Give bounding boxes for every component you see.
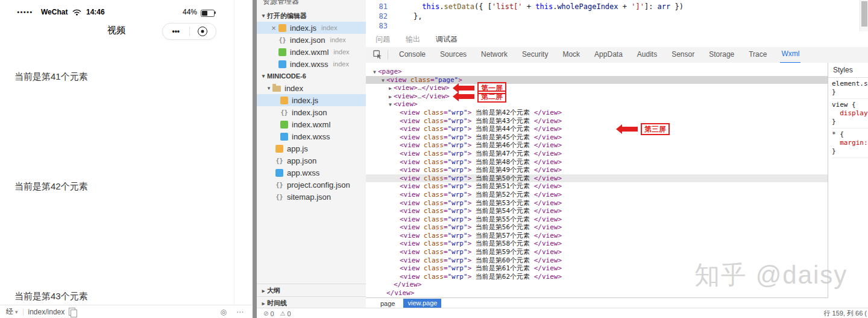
panel-tab[interactable]: 输出 (406, 34, 420, 45)
wxml-tree-row[interactable]: <view class="wrp"> 当前是第60个元素 </view> (366, 256, 828, 265)
wxml-tree-row[interactable]: <view class="wrp"> 当前是第54个元素 </view> (366, 207, 828, 215)
wxml-tree-row[interactable]: </view> (366, 281, 828, 289)
inspect-element-icon[interactable] (368, 50, 386, 60)
wxml-tree-row[interactable]: <view class="wrp"> 当前是第56个元素 </view> (366, 223, 828, 232)
panel-tab[interactable]: 调试器 (436, 34, 458, 45)
twisty-icon[interactable]: ▼ (380, 77, 386, 85)
file-name: index.json (290, 36, 326, 45)
wxml-tree-row[interactable]: <view class="wrp"> 当前是第55个元素 </view> (366, 215, 828, 224)
folder-row-index[interactable]: ▾ index (257, 82, 366, 94)
menu-dots-icon[interactable]: ••• (163, 28, 189, 34)
devtools-tab-storage[interactable]: Storage (708, 46, 735, 62)
wxml-tree-row[interactable]: ▼<page> (366, 68, 828, 76)
breadcrumb-selected[interactable]: view.page (403, 299, 441, 308)
pages-icon[interactable] (69, 308, 75, 316)
wxml-element-tree: ▼<page>▼<view class="page">▶<view>…</vie… (366, 63, 828, 297)
wxml-tree-row[interactable]: </view> (366, 289, 828, 297)
devtools-tab-trace[interactable]: Trace (747, 46, 768, 62)
wxml-tree-row[interactable]: <view class="wrp"> 当前是第52个元素 </view> (366, 191, 828, 199)
capsule-buttons[interactable]: ••• (162, 23, 216, 40)
wxml-tree-row[interactable]: <view class="wrp"> 当前是第51个元素 </view> (366, 182, 828, 191)
code-line: 82 }, (366, 11, 868, 21)
more-menu-icon[interactable]: ⋯ (236, 308, 244, 316)
file-row-app.js[interactable]: app.js (257, 142, 366, 154)
wxml-tree-row[interactable]: <view class="wrp"> 当前是第45个元素 </view> (366, 133, 828, 142)
file-row-index.json[interactable]: {}index.jsonindex (257, 34, 366, 46)
wxml-tree-row[interactable]: <view class="wrp"> 当前是第48个元素 </view> (366, 158, 828, 167)
json-file-icon: {} (275, 194, 283, 200)
scrollbar-thumb[interactable] (861, 1, 867, 27)
folder-icon (272, 86, 281, 92)
wxml-tree-row[interactable]: <view class="wrp"> 当前是第43个元素 </view> (366, 117, 828, 126)
devtools-tab-security[interactable]: Security (521, 46, 549, 62)
section-label: 打开的编辑器 (267, 11, 307, 21)
styles-tab[interactable]: Styles (828, 63, 868, 78)
wxml-tree-row[interactable]: <view class="wrp"> 当前是第62个元素 </view> (366, 273, 828, 281)
devtools-tab-wxml[interactable]: Wxml (780, 46, 800, 63)
wxml-tree-row[interactable]: ▶<view>…</view>第一屏 (366, 84, 828, 92)
file-row-sitemap.json[interactable]: {}sitemap.json (257, 191, 366, 203)
file-row-index.wxml[interactable]: index.wxml (257, 118, 366, 130)
wxml-tree-row[interactable]: <view class="wrp"> 当前是第44个元素 </view> (366, 125, 828, 133)
wxml-tree-row[interactable]: <view class="wrp"> 当前是第47个元素 </view> (366, 150, 828, 158)
wxml-tree-row[interactable]: <view class="wrp"> 当前是第59个元素 </view> (366, 248, 828, 256)
devtools-tab-audits[interactable]: Audits (636, 46, 658, 62)
twisty-icon[interactable]: ▶ (387, 84, 394, 93)
wxml-tree-row[interactable]: <view class="wrp"> 当前是第57个元素 </view> (366, 232, 828, 240)
wxml-tree-row[interactable]: ▼<view> (366, 100, 828, 109)
file-row-index.js[interactable]: ×index.jsindex (257, 22, 366, 34)
devtools-tab-console[interactable]: Console (398, 46, 427, 62)
wifi-icon (72, 9, 81, 17)
home-target-button[interactable] (190, 27, 216, 36)
open-editors-header[interactable]: ▾ 打开的编辑器 (257, 10, 366, 22)
wxml-tree-row[interactable]: <view class="wrp"> 当前是第58个元素 </view> (366, 240, 828, 248)
toolbar-divider (388, 50, 388, 60)
file-row-index.wxss[interactable]: index.wxssindex (257, 58, 366, 70)
devtools-tab-appdata[interactable]: AppData (593, 46, 624, 62)
battery-percent: 44% (183, 8, 197, 16)
carrier-label: WeChat (41, 8, 68, 16)
panel-resize-handle[interactable] (253, 0, 257, 318)
css-rule[interactable]: view { display:} (832, 99, 868, 129)
target-ring-icon[interactable]: ◎ (221, 308, 227, 316)
devtools-tab-sources[interactable]: Sources (439, 46, 468, 62)
project-header[interactable]: ▾ MINICODE-6 (257, 70, 366, 82)
file-row-app.wxss[interactable]: app.wxss (257, 167, 366, 179)
wxss-file-icon (275, 169, 283, 177)
devtools-tab-mock[interactable]: Mock (561, 46, 581, 62)
scrollbar-track[interactable] (860, 0, 868, 31)
file-name: app.js (287, 144, 308, 153)
twisty-icon[interactable]: ▼ (387, 101, 394, 109)
chevron-down-icon[interactable]: ▾ (15, 309, 18, 315)
wxml-tree-row[interactable]: <view class="wrp"> 当前是第46个元素 </view> (366, 141, 828, 150)
wxml-tree-row[interactable]: <view class="wrp"> 当前是第53个元素 </view> (366, 199, 828, 208)
devtools-tab-sensor[interactable]: Sensor (670, 46, 696, 62)
wxml-tree-row[interactable]: ▼<view class="page"> (366, 76, 828, 84)
file-row-index.wxml[interactable]: index.wxmlindex (257, 46, 366, 58)
wxss-file-icon (280, 133, 288, 141)
wxml-tree-row[interactable]: <view class="wrp"> 当前是第50个元素 </view> (366, 174, 828, 183)
file-row-app.json[interactable]: {}app.json (257, 154, 366, 167)
wxml-tree-row[interactable]: <view class="wrp"> 当前是第61个元素 </view> (366, 264, 828, 273)
css-rule[interactable]: * { margin:} (832, 129, 868, 158)
outline-section[interactable]: ▸ 大纲 (257, 284, 366, 297)
file-row-project.config.json[interactable]: {}project.config.json (257, 179, 366, 191)
file-name: index.js (290, 24, 316, 33)
breadcrumb-item[interactable]: page (380, 300, 395, 307)
css-rule[interactable]: element.style {} (832, 78, 868, 99)
panel-tab[interactable]: 问题 (376, 34, 390, 45)
wxml-tree-row[interactable]: <view class="wrp"> 当前是第42个元素 </view> (366, 109, 828, 117)
close-file-icon[interactable]: × (269, 24, 278, 33)
js-file-icon (278, 24, 286, 32)
twisty-icon[interactable]: ▶ (387, 93, 394, 101)
code-editor[interactable]: 81 this.setData({ ['list[' + this.wholeP… (366, 0, 868, 32)
file-row-index.json[interactable]: {}index.json (257, 106, 366, 118)
chevron-right-icon: ▸ (260, 288, 267, 294)
file-row-index.wxss[interactable]: index.wxss (257, 130, 366, 142)
compile-mode-selector[interactable]: 经 (6, 307, 13, 317)
file-row-index.js[interactable]: index.js (257, 94, 366, 106)
wxml-tree-row[interactable]: ▶<view>…</view>第二屏 (366, 92, 828, 101)
wxml-tree-row[interactable]: <view class="wrp"> 当前是第49个元素 </view> (366, 166, 828, 174)
devtools-tab-network[interactable]: Network (480, 46, 509, 62)
twisty-icon[interactable]: ▼ (371, 68, 378, 77)
